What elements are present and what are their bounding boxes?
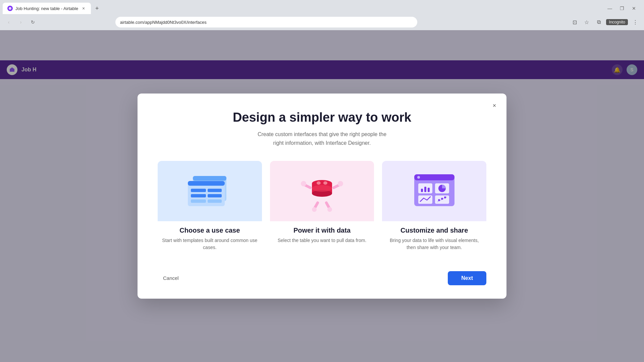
svg-point-16: [312, 207, 317, 212]
tab-favicon: [7, 6, 13, 11]
svg-point-22: [312, 185, 332, 192]
refresh-button[interactable]: ↻: [28, 17, 38, 27]
svg-rect-10: [208, 199, 222, 203]
svg-point-0: [9, 7, 11, 10]
browser-chrome: Job Hunting: new table - Airtable × + — …: [0, 0, 644, 30]
card-desc-choose-use-case: Start with templates built around common…: [158, 237, 262, 251]
menu-icon[interactable]: ⋮: [631, 17, 640, 27]
modal-close-button[interactable]: ×: [489, 100, 500, 111]
modal-subtitle: Create custom interfaces that give the r…: [158, 130, 486, 147]
minimize-button[interactable]: —: [605, 4, 614, 13]
svg-rect-9: [191, 199, 206, 203]
card-desc-customize-share: Bring your data to life with visual elem…: [382, 237, 486, 251]
cancel-button[interactable]: Cancel: [158, 272, 184, 284]
tab-title: Job Hunting: new table - Airtable: [15, 6, 78, 11]
card-title-customize-share: Customize and share: [382, 227, 486, 234]
tab-bar: Job Hunting: new table - Airtable × + — …: [0, 0, 644, 14]
card-image-choose-use-case: [158, 161, 262, 221]
svg-rect-8: [208, 194, 222, 197]
card-image-power-with-data: [270, 161, 374, 221]
modal-dialog: × Design a simpler way to work Create cu…: [138, 94, 506, 298]
svg-point-18: [327, 207, 332, 212]
next-button[interactable]: Next: [448, 271, 486, 285]
svg-point-39: [444, 196, 446, 198]
card-desc-power-with-data: Select the table you want to pull data f…: [270, 237, 374, 244]
svg-rect-26: [414, 174, 454, 180]
cards-row: Choose a use case Start with templates b…: [158, 161, 486, 251]
address-bar-row: ‹ › ↻ airtable.com/appNMajdd0Nt3vo0X/int…: [0, 14, 644, 30]
svg-point-27: [417, 176, 420, 179]
card-title-power-with-data: Power it with data: [270, 227, 374, 234]
svg-rect-6: [208, 189, 222, 192]
card-customize-share: Customize and share Bring your data to l…: [382, 161, 486, 251]
modal-footer: Cancel Next: [158, 264, 486, 285]
tab-close-button[interactable]: ×: [81, 6, 86, 11]
modal-overlay: × Design a simpler way to work Create cu…: [0, 30, 644, 362]
url-text: airtable.com/appNMajdd0Nt3vo0X/interface…: [120, 20, 207, 25]
svg-rect-7: [191, 194, 206, 197]
bookmark-icon[interactable]: ☆: [582, 17, 591, 27]
svg-rect-5: [191, 189, 206, 192]
svg-point-38: [441, 198, 443, 200]
card-choose-use-case: Choose a use case Start with templates b…: [158, 161, 262, 251]
extensions-icon[interactable]: ⧉: [594, 17, 603, 27]
svg-rect-2: [193, 176, 226, 181]
svg-rect-31: [428, 188, 430, 192]
maximize-button[interactable]: ❐: [617, 4, 627, 13]
cast-icon[interactable]: ⊡: [570, 17, 579, 27]
toolbar-right: ⊡ ☆ ⧉ Incognito ⋮: [570, 17, 640, 27]
svg-point-14: [338, 181, 343, 186]
svg-point-12: [301, 181, 306, 186]
svg-point-24: [323, 181, 327, 185]
card-title-choose-use-case: Choose a use case: [158, 227, 262, 234]
svg-point-37: [438, 199, 440, 201]
incognito-badge: Incognito: [606, 19, 628, 25]
active-tab[interactable]: Job Hunting: new table - Airtable ×: [3, 3, 91, 14]
svg-rect-4: [188, 181, 225, 186]
svg-point-23: [317, 181, 321, 185]
close-window-button[interactable]: ✕: [629, 4, 639, 13]
card-power-with-data: Power it with data Select the table you …: [270, 161, 374, 251]
forward-button[interactable]: ›: [16, 17, 25, 27]
svg-rect-30: [424, 187, 426, 192]
back-button[interactable]: ‹: [4, 17, 13, 27]
address-input[interactable]: airtable.com/appNMajdd0Nt3vo0X/interface…: [115, 17, 417, 27]
svg-rect-29: [421, 189, 423, 192]
new-tab-button[interactable]: +: [92, 4, 102, 13]
card-image-customize-share: [382, 161, 486, 221]
modal-title: Design a simpler way to work: [158, 110, 486, 125]
